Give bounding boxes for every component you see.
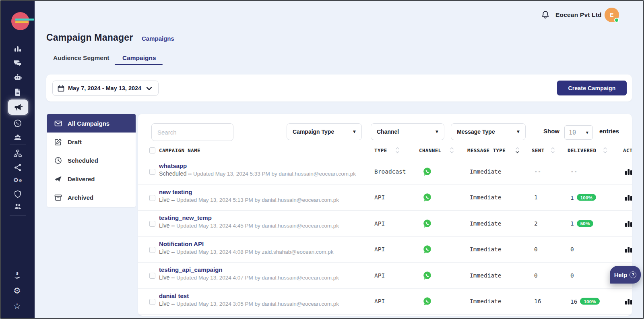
whatsapp-nav-icon[interactable]: [13, 119, 22, 128]
campaign-stats-icon[interactable]: [625, 168, 632, 175]
envelope-icon: [54, 120, 62, 127]
col-actions[interactable]: ACTIONS: [623, 147, 632, 153]
whatsapp-channel-icon: [423, 245, 432, 254]
row-checkbox[interactable]: [149, 221, 155, 227]
row-checkbox[interactable]: [149, 299, 155, 305]
analytics-icon[interactable]: [13, 44, 22, 53]
integrations-gears-icon[interactable]: ⚙⚙: [13, 177, 22, 183]
sidebar: ⚙⚙ $ ⚙ ☆: [1, 1, 35, 318]
clock-icon: [54, 157, 62, 164]
conversations-icon[interactable]: [13, 59, 22, 68]
chatbot-icon[interactable]: [13, 73, 22, 82]
page-title: Campaign Manager: [46, 32, 133, 43]
favorites-star-icon[interactable]: ☆: [13, 302, 21, 311]
filter-draft[interactable]: Draft: [47, 133, 136, 151]
table-row: whatsapp Scheduled -- Updated May 13, 20…: [138, 159, 632, 185]
sort-icons[interactable]: [551, 147, 555, 154]
whatsapp-channel-icon: [423, 297, 432, 306]
campaign-stats-icon[interactable]: [625, 220, 632, 227]
delivered-cell: 1 100%: [570, 194, 596, 201]
tab-campaigns[interactable]: Campaigns: [122, 54, 156, 62]
sort-icons[interactable]: [450, 147, 454, 154]
billing-hand-dollar-icon[interactable]: $: [13, 271, 22, 280]
message-type-dropdown[interactable]: Message Type▼: [451, 123, 526, 140]
col-delivered[interactable]: DELIVERED: [568, 147, 596, 153]
campaign-name-link[interactable]: testing_new_temp: [159, 214, 339, 221]
row-checkbox[interactable]: [149, 169, 155, 175]
whatsapp-channel-icon: [423, 167, 432, 176]
filter-delivered[interactable]: Delivered: [47, 170, 136, 188]
campaign-manager-screen: ⚙⚙ $ ⚙ ☆ Eocean Pvt Ltd E Campaign Manag…: [0, 0, 644, 319]
shield-icon[interactable]: [13, 190, 22, 199]
message-type-cell: Immediate: [470, 220, 502, 227]
chevron-down-icon: [146, 85, 153, 92]
company-name: Eocean Pvt Ltd: [555, 11, 602, 19]
campaign-name-link[interactable]: whatsapp: [159, 162, 356, 169]
campaign-status-line: Live -- Updated May 13, 2024 4:08 PM by …: [159, 249, 334, 255]
select-all-checkbox[interactable]: [149, 147, 155, 153]
page-size-select[interactable]: 10▼: [564, 125, 593, 140]
avatar[interactable]: E: [605, 8, 619, 22]
dropdown-arrow-icon: ▼: [353, 130, 356, 134]
campaign-status-line: Live -- Updated May 13, 2024 4:45 PM by …: [159, 222, 339, 229]
audience-groups-icon[interactable]: [13, 133, 22, 142]
breadcrumb[interactable]: Campaigns: [142, 35, 174, 42]
table-row: danial test Live -- Updated May 13, 2024…: [138, 289, 632, 315]
date-range-picker[interactable]: May 7, 2024 - May 13, 2024: [52, 81, 159, 96]
edit-icon: [54, 138, 62, 146]
sort-icons[interactable]: [516, 147, 519, 154]
campaign-stats-icon[interactable]: [625, 194, 632, 201]
document-icon[interactable]: [13, 88, 22, 97]
message-type-cell: Immediate: [470, 246, 502, 253]
team-users-icon[interactable]: [13, 202, 22, 211]
col-campaign-name[interactable]: CAMPAIGN NAME: [159, 147, 200, 153]
campaign-name-link[interactable]: danial test: [159, 292, 339, 299]
row-checkbox[interactable]: [149, 247, 155, 253]
filter-scheduled[interactable]: Scheduled: [47, 151, 136, 170]
sort-icons[interactable]: [396, 147, 399, 154]
help-button[interactable]: Help?: [610, 266, 641, 284]
create-campaign-button[interactable]: Create Campaign: [557, 81, 627, 95]
sent-cell: 0: [534, 246, 538, 253]
channel-dropdown[interactable]: Channel▼: [371, 123, 444, 140]
type-cell: API: [374, 220, 385, 227]
col-message-type[interactable]: MESSAGE TYPE: [467, 147, 506, 153]
eocean-logo-icon[interactable]: [11, 12, 29, 30]
col-sent[interactable]: SENT: [532, 147, 545, 153]
message-type-cell: Immediate: [470, 194, 502, 201]
settings-gear-icon[interactable]: ⚙: [13, 287, 21, 295]
sent-cell: 2: [534, 220, 538, 227]
row-checkbox[interactable]: [149, 273, 155, 279]
campaigns-nav-active[interactable]: [8, 99, 28, 115]
col-type[interactable]: TYPE: [374, 147, 387, 153]
active-tab-underline: [115, 64, 163, 65]
table-row: Notification API Live -- Updated May 13,…: [138, 237, 632, 263]
sent-cell: 16: [534, 298, 541, 304]
whatsapp-channel-icon: [423, 219, 432, 228]
sitemap-icon[interactable]: [13, 149, 22, 158]
campaign-status-line: Live -- Updated May 13, 2024 5:13 PM by …: [159, 197, 339, 203]
campaigns-table-card: Campaign Type▼ Channel▼ Message Type▼ Sh…: [138, 114, 632, 316]
sort-icons[interactable]: [603, 147, 607, 154]
campaign-type-dropdown[interactable]: Campaign Type▼: [287, 123, 362, 140]
filter-all-campaigns[interactable]: All Campaigns: [47, 114, 136, 133]
tab-audience-segment[interactable]: Audience Segment: [53, 54, 109, 62]
type-cell: API: [374, 272, 385, 279]
share-icon[interactable]: [13, 163, 22, 172]
table-row: testing_api_campaign Live -- Updated May…: [138, 263, 632, 289]
campaign-stats-icon[interactable]: [625, 298, 632, 305]
megaphone-icon: [14, 103, 23, 112]
campaign-name-link[interactable]: Notification API: [159, 240, 334, 247]
campaign-name-link[interactable]: new testing: [159, 188, 339, 195]
type-cell: Broadcast: [374, 168, 406, 175]
search-input[interactable]: [151, 123, 233, 141]
whatsapp-channel-icon: [423, 271, 432, 280]
row-checkbox[interactable]: [149, 195, 155, 201]
notifications-bell-icon[interactable]: [540, 10, 551, 20]
type-cell: API: [374, 194, 385, 201]
campaign-stats-icon[interactable]: [625, 246, 632, 253]
filter-archived[interactable]: Archived: [47, 188, 136, 207]
online-status-dot: [614, 18, 619, 23]
col-channel[interactable]: CHANNEL: [419, 147, 441, 153]
campaign-name-link[interactable]: testing_api_campaign: [159, 266, 339, 273]
